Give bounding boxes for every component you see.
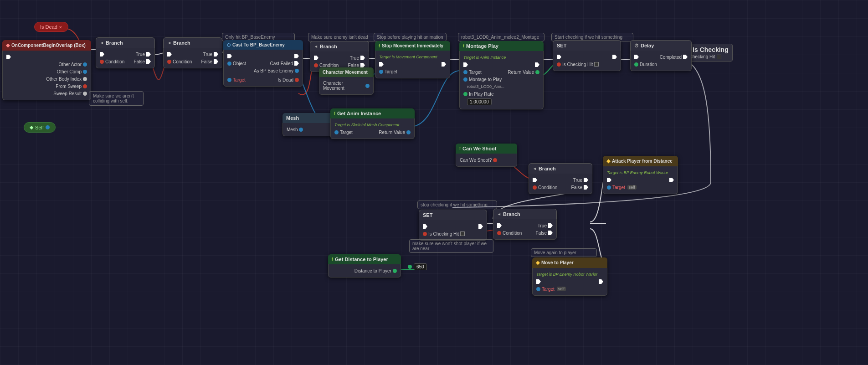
branch-bottom2-node: ◄ Branch True Condition False (493, 209, 557, 240)
move-again-comment: Move again to player (531, 248, 597, 257)
stop-before-comment: Stop before playing hit animation (374, 33, 447, 41)
delay-node: ⏱ Delay Completed Duration (630, 40, 692, 71)
montage-play-node: f Montage Play Target is Anim Instance T… (459, 41, 544, 109)
attack-player-label: Attack Player from Distance (612, 159, 673, 164)
get-distance-node: f Get Distance to Player Distance to Pla… (328, 254, 401, 278)
mesh-label: Mesh (286, 115, 299, 121)
is-dead-node: Is Dead ✕ (34, 22, 68, 32)
self-label: Self (35, 125, 44, 130)
stop-movement-label: Stop Movement Immediately (382, 43, 443, 48)
character-movement-node: Character Movement Character Movement (319, 67, 374, 95)
stop-movement-node: f Stop Movement Immediately Target is Mo… (375, 41, 450, 78)
set-node2: SET Is Checking Hit (419, 210, 487, 241)
set-node: SET Is Checking Hit (553, 40, 621, 71)
attack-player-node: ◆ Attack Player from Distance Target is … (603, 156, 678, 194)
branch-bottom1-node: ◄ Branch True Condition False (529, 163, 592, 194)
comment-self: Make sure we aren't colliding with self. (89, 91, 144, 106)
on-overlap-label: OnComponentBeginOverlap (Box) (11, 43, 86, 48)
montage-play-label: Montage Play (466, 43, 498, 49)
is-dead-label: Is Dead (40, 24, 57, 30)
delay-label: Delay (641, 43, 654, 48)
branch3-label: Branch (320, 44, 337, 49)
move-to-player-label: Move to Player (541, 260, 574, 265)
robot-montage-comment: robot3_LOD0_Anim_melee2_Montage (458, 33, 544, 41)
value-650: 650 (414, 263, 427, 270)
get-distance-label: Get Distance to Player (335, 257, 388, 262)
mesh-node: Mesh Mesh (282, 113, 337, 136)
get-anim-node: f Get Anim Instance Target is Skeletal M… (330, 108, 415, 139)
cast-label: Cast To BP_BaseEnemy (232, 42, 285, 47)
branch-bottom2-label: Branch (503, 211, 520, 217)
self-node: ◆ Self (24, 122, 56, 133)
branch1-label: Branch (106, 40, 123, 46)
get-anim-label: Get Anim Instance (337, 111, 381, 116)
can-we-shoot-node: f Can We Shoot Can We Shoot? (456, 144, 517, 167)
stop-checking-comment: stop checking if we hit something (417, 200, 497, 209)
branch2-label: Branch (173, 40, 190, 46)
value-650-container: 650 (408, 263, 427, 270)
set-node2-label: SET (423, 212, 432, 218)
can-we-shoot-label: Can We Shoot (462, 146, 496, 151)
char-movement-label: Character Movement (323, 70, 368, 75)
on-overlap-node: ◆ OnComponentBeginOverlap (Box) Other Ac… (2, 40, 91, 100)
make-sure-enemy-comment: Make sure enemy isn't dead (308, 33, 383, 41)
make-sure-wont-comment: make sure we won't shot player if we are… (409, 239, 493, 253)
move-to-player-node: ◆ Move to Player Target is BP Enemy Robo… (532, 257, 607, 296)
cast-node: ⬡ Cast To BP_BaseEnemy Object Cast Faile… (223, 40, 303, 87)
branch-bottom1-label: Branch (539, 166, 556, 171)
set-label: SET (557, 43, 566, 48)
branch1-node: ◄ Branch True Condition False (96, 37, 155, 68)
branch2-node: ◄ Branch True Condition False (163, 37, 222, 68)
